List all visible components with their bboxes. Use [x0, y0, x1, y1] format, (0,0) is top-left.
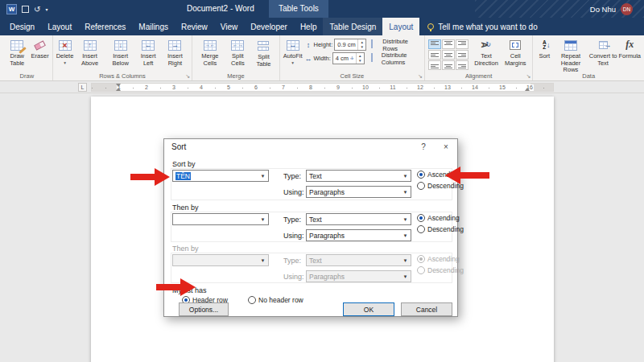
cell-margins-icon	[507, 38, 523, 52]
options-button[interactable]: Options...	[179, 302, 229, 316]
tab-developer[interactable]: Developer	[244, 18, 294, 35]
user-name: Do Nhu	[590, 5, 616, 14]
qat-dropdown-icon[interactable]: ▾	[45, 6, 47, 12]
merge-cells-button[interactable]: →← Merge Cells	[195, 37, 225, 68]
ribbon: Draw Table Eraser Draw × Delete ▾ ↑ Inse…	[0, 35, 644, 81]
dialog-help-button[interactable]: ?	[412, 139, 435, 154]
alignment-dialog-launcher-icon[interactable]: ↘	[526, 73, 530, 79]
lightbulb-icon	[427, 23, 434, 30]
undo-icon[interactable]: ↺	[34, 5, 40, 14]
eraser-button[interactable]: Eraser	[31, 37, 50, 61]
convert-to-text-button[interactable]: → Convert to Text	[588, 37, 618, 68]
tab-view[interactable]: View	[214, 18, 245, 35]
group-label-data: Data	[533, 72, 644, 80]
insert-below-button[interactable]: ↓ Insert Below	[105, 37, 136, 68]
sort-by-using-combo[interactable]: Paragraphs ▼	[306, 186, 411, 198]
using-label: Using:	[283, 273, 304, 281]
tab-help[interactable]: Help	[294, 18, 324, 35]
radio-icon	[417, 266, 425, 274]
formula-button[interactable]: fx Formula	[617, 37, 642, 61]
ruler-number: 4	[199, 84, 204, 91]
spin-down-icon[interactable]: ▼	[357, 59, 364, 64]
width-input[interactable]: 4 cm ▲▼	[332, 52, 365, 64]
align-center-left-button[interactable]	[428, 50, 441, 60]
avatar[interactable]: DN	[621, 3, 633, 15]
then-by-1-field-combo[interactable]: ▼	[172, 213, 269, 225]
convert-to-text-icon: →	[595, 38, 611, 52]
sort-by-field-combo[interactable]: TÊN ▼	[172, 170, 269, 182]
document-title: Document2 - Word	[187, 4, 254, 13]
insert-right-icon: →	[167, 38, 183, 52]
repeat-header-rows-button[interactable]: Repeat Header Rows	[553, 37, 588, 75]
align-bottom-center-button[interactable]	[442, 60, 455, 70]
radio-icon	[417, 225, 425, 233]
insert-above-button[interactable]: ↑ Insert Above	[74, 37, 105, 68]
ok-button[interactable]: OK	[343, 302, 394, 316]
split-cells-button[interactable]: ←→ Split Cells	[225, 37, 251, 68]
dropdown-arrow-icon: ▼	[400, 255, 411, 265]
insert-above-icon: ↑	[82, 38, 98, 52]
split-table-button[interactable]: Split Table	[250, 37, 277, 68]
sort-button[interactable]: AZ↓ Sort	[535, 37, 553, 61]
first-line-indent-marker[interactable]	[116, 84, 121, 87]
hanging-indent-marker[interactable]	[116, 88, 121, 91]
save-icon[interactable]	[22, 6, 29, 13]
ruler-number: 5	[226, 84, 231, 91]
align-center-right-button[interactable]	[456, 50, 469, 60]
insert-left-button[interactable]: ← Insert Left	[136, 37, 161, 68]
insert-right-button[interactable]: → Insert Right	[161, 37, 189, 68]
tell-me-box[interactable]: Tell me what you want to do	[419, 18, 545, 35]
ruler-number: 15	[498, 84, 506, 91]
spin-down-icon[interactable]: ▼	[358, 45, 365, 51]
distribute-columns-button[interactable]: ↔ Distribute Columns	[369, 51, 420, 65]
dialog-close-button[interactable]: ×	[435, 139, 457, 154]
height-input[interactable]: 0.9 cm ▲▼	[334, 39, 366, 51]
tab-layout[interactable]: Layout	[41, 18, 78, 35]
ruler-number: 13	[444, 84, 452, 91]
tab-stop-selector[interactable]: L	[78, 83, 87, 92]
sort-dialog: Sort ? × Sort by TÊN ▼ Type: Text ▼ Asce…	[163, 138, 458, 317]
right-indent-marker[interactable]	[525, 88, 530, 91]
dialog-title: Sort	[171, 142, 186, 151]
annotation-arrow-ascending	[443, 166, 489, 185]
align-bottom-right-button[interactable]	[456, 60, 469, 70]
cell-margins-button[interactable]: Cell Margins	[501, 37, 530, 68]
quick-access-toolbar: W ↺ ▾	[6, 4, 47, 14]
then-by-1-ascending-radio[interactable]: Ascending	[417, 214, 460, 222]
tab-table-layout-active[interactable]: Layout	[382, 18, 419, 35]
tab-design[interactable]: Design	[3, 18, 41, 35]
then-by-2-using-combo: Paragraphs ▼	[306, 270, 411, 282]
then-by-2-descending-radio: Descending	[417, 266, 464, 274]
tab-mailings[interactable]: Mailings	[132, 18, 175, 35]
ruler-number: 14	[471, 84, 479, 91]
height-value: 0.9 cm	[337, 41, 356, 48]
text-direction-button[interactable]: A↻ Text Direction	[472, 37, 501, 68]
radio-icon	[248, 296, 256, 304]
draw-table-button[interactable]: Draw Table	[4, 37, 31, 68]
delete-button[interactable]: × Delete ▾	[56, 37, 75, 67]
rows-columns-dialog-launcher-icon[interactable]: ↘	[185, 73, 190, 79]
distribute-rows-button[interactable]: ↕ Distribute Rows	[369, 38, 420, 51]
align-center-button[interactable]	[442, 50, 455, 60]
cancel-button[interactable]: Cancel	[401, 302, 452, 316]
tab-review[interactable]: Review	[175, 18, 214, 35]
align-top-left-button[interactable]	[428, 39, 441, 49]
then-by-1-descending-radio[interactable]: Descending	[417, 225, 464, 233]
sort-by-type-combo[interactable]: Text ▼	[306, 170, 411, 182]
then-by-1-using-combo[interactable]: Paragraphs ▼	[306, 229, 411, 241]
delete-table-icon: ×	[57, 38, 73, 52]
tab-table-design[interactable]: Table Design	[323, 18, 382, 35]
cell-size-dialog-launcher-icon[interactable]: ↘	[418, 73, 423, 79]
tab-references[interactable]: References	[78, 18, 132, 35]
type-label: Type:	[283, 216, 301, 224]
autofit-button[interactable]: ↔ AutoFit ▾	[283, 37, 303, 67]
then-by-2-label: Then by	[172, 245, 199, 253]
ribbon-group-draw: Draw Table Eraser Draw	[2, 35, 53, 80]
word-app-icon[interactable]: W	[6, 4, 17, 14]
align-bottom-left-button[interactable]	[428, 60, 441, 70]
align-top-center-button[interactable]	[442, 39, 455, 49]
no-header-row-radio[interactable]: No header row	[248, 296, 303, 304]
then-by-1-type-combo[interactable]: Text ▼	[306, 213, 411, 225]
ruler-ticks	[92, 88, 553, 88]
align-top-right-button[interactable]	[456, 39, 469, 49]
